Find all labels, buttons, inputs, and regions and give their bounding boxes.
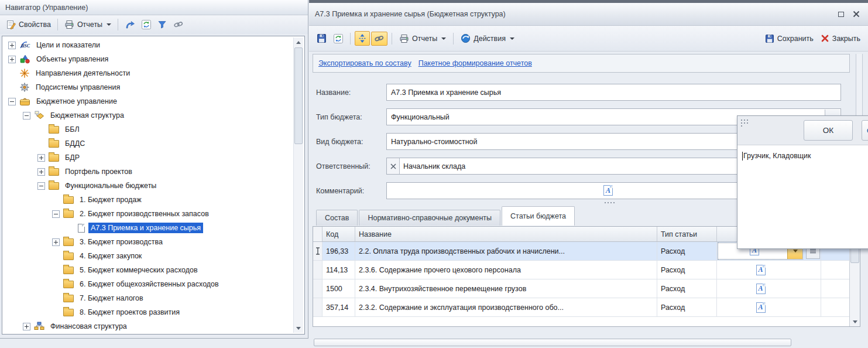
- tree-item-bdds[interactable]: БДДС: [4, 137, 292, 151]
- tree-item-label: 8. Бюджет проектов развития: [77, 307, 182, 318]
- tree-item-goals[interactable]: BSCЦели и показатели: [4, 38, 292, 52]
- format-text-icon[interactable]: A: [603, 185, 613, 196]
- maximize-button[interactable]: [835, 9, 847, 19]
- folder-icon: [63, 253, 74, 260]
- collapse-minus-icon[interactable]: [52, 210, 60, 218]
- table-row[interactable]: 357,14 2.3.2. Содержание и эксплуатация …: [313, 298, 860, 317]
- export-by-structure-link[interactable]: Экспортировать по составу: [318, 59, 411, 67]
- tree-item-label: БДР: [63, 152, 82, 163]
- toolbar-separator: [453, 33, 454, 45]
- table-row[interactable]: 114,13 2.3.6. Содержание прочего цеховог…: [313, 261, 860, 279]
- tree-item-sales-budget[interactable]: 1. Бюджет продаж: [4, 193, 292, 207]
- navigator-title-text: Навигатор (Управление): [5, 4, 88, 12]
- refresh-button[interactable]: [139, 18, 154, 31]
- collapse-minus-icon[interactable]: [8, 98, 16, 105]
- tree-item-directions[interactable]: Направления деятельности: [4, 66, 292, 80]
- actions-button[interactable]: Действия: [458, 32, 517, 45]
- column-header-code[interactable]: Код: [323, 227, 355, 241]
- tree-item-project-portfolio[interactable]: Портфель проектов: [4, 165, 292, 179]
- tree-item-financial-structure[interactable]: Финансовая структура: [4, 319, 292, 333]
- tree-item-a73-selected[interactable]: А7.3 Приемка и хранение сырья: [4, 221, 292, 235]
- tree-item-general-budget[interactable]: 6. Бюджет общехозяйственных расходов: [4, 277, 292, 291]
- expand-plus-icon[interactable]: [23, 323, 30, 330]
- tree-scrollbar-thumb[interactable]: [294, 47, 303, 144]
- link-button[interactable]: [170, 18, 187, 31]
- window-close-button[interactable]: [850, 9, 862, 19]
- tree-item-bdr[interactable]: БДР: [4, 151, 292, 165]
- tree-item-budget-management[interactable]: Бюджетное управление: [4, 94, 292, 108]
- toggle-link-button[interactable]: [371, 32, 387, 46]
- tree-item-label: ББЛ: [63, 124, 82, 135]
- floppy-icon: [317, 33, 327, 43]
- refresh-button[interactable]: [331, 32, 346, 45]
- tree-item-commercial-budget[interactable]: 5. Бюджет коммерческих расходов: [4, 263, 292, 277]
- expand-plus-icon[interactable]: [37, 168, 45, 176]
- clear-responsible-button[interactable]: [387, 158, 400, 174]
- tree-item-budget-structure[interactable]: Бюджетная структура: [4, 108, 292, 122]
- tree-item-inventory-budget[interactable]: 2. Бюджет производственных запасов: [4, 207, 292, 221]
- ok-button[interactable]: ОК: [804, 120, 853, 141]
- tree-scrollbar[interactable]: [293, 37, 303, 333]
- scroll-up-icon[interactable]: [294, 37, 303, 47]
- expand-plus-icon[interactable]: [8, 42, 16, 49]
- filter-button[interactable]: [155, 18, 170, 31]
- tree-item-label: Портфель проектов: [63, 166, 135, 177]
- tree-item-bbl[interactable]: ББЛ: [4, 122, 292, 137]
- tree-item-subsystems[interactable]: Подсистемы управления: [4, 80, 292, 94]
- tree-item-functional-budgets[interactable]: Функциональные бюджеты: [4, 179, 292, 193]
- tree-item-development-budget[interactable]: 8. Бюджет проектов развития: [4, 305, 292, 319]
- tab-normative-documents[interactable]: Нормативно-справочные документы: [359, 210, 500, 226]
- batch-report-link[interactable]: Пакетное формирование отчетов: [418, 59, 532, 67]
- tab-budget-items[interactable]: Статьи бюджета: [502, 206, 575, 226]
- expand-plus-icon[interactable]: [52, 238, 60, 246]
- reports-button[interactable]: Отчеты: [396, 32, 449, 45]
- svg-text:BSC: BSC: [20, 43, 30, 49]
- column-header-name[interactable]: Название: [355, 227, 657, 241]
- toggle-splitter-button[interactable]: [355, 31, 370, 46]
- save-button[interactable]: Сохранить: [762, 32, 816, 45]
- close-icon: [853, 11, 860, 18]
- close-button[interactable]: Закрыть: [818, 32, 863, 45]
- popup-text-area[interactable]: Грузчик, Кладовщик: [737, 145, 868, 167]
- reports-dropdown-caret-icon: [107, 23, 111, 26]
- text-caret: [742, 152, 743, 161]
- tree-item-label: Направления деятельности: [33, 68, 132, 79]
- tree-item-label: 6. Бюджет общехозяйственных расходов: [77, 279, 221, 289]
- document-icon: [78, 224, 85, 233]
- column-header-type[interactable]: Тип статьи: [657, 227, 717, 241]
- format-text-icon[interactable]: A: [756, 265, 766, 275]
- tree-item-label: 5. Бюджет коммерческих расходов: [77, 265, 200, 275]
- tab-sostav[interactable]: Состав: [316, 210, 358, 226]
- scroll-down-icon[interactable]: [294, 323, 303, 333]
- actions-dropdown-caret-icon: [510, 37, 514, 40]
- scroll-down-icon[interactable]: [850, 317, 860, 326]
- splitter-handle[interactable]: [605, 202, 606, 203]
- detail-tabs: Состав Нормативно-справочные документы С…: [316, 207, 576, 226]
- expand-plus-icon[interactable]: [37, 154, 45, 162]
- folder-icon: [49, 140, 59, 148]
- horizontal-scrollbar[interactable]: [314, 339, 791, 346]
- tree-item-tax-budget[interactable]: 7. Бюджет налогов: [4, 291, 292, 305]
- properties-button[interactable]: Свойства: [4, 18, 54, 31]
- collapse-minus-icon[interactable]: [37, 182, 45, 190]
- tree-item-production-budget[interactable]: 3. Бюджет производства: [4, 235, 292, 249]
- save-icon-button[interactable]: [314, 32, 330, 45]
- tree-item-purchases-budget[interactable]: 4. Бюджет закупок: [4, 249, 292, 263]
- format-text-icon[interactable]: A: [756, 302, 766, 313]
- expand-plus-icon[interactable]: [8, 56, 16, 63]
- table-row[interactable]: 1500 2.3.4. Внутрихозяйственное перемеще…: [313, 279, 860, 298]
- go-to-button[interactable]: [122, 18, 138, 31]
- resize-grip-icon[interactable]: [741, 120, 742, 121]
- detail-window-title: А7.3 Приемка и хранение сырья (Бюджетная…: [315, 10, 506, 18]
- split-arrows-icon: [358, 33, 367, 43]
- tree-item-label: Бюджетная структура: [48, 110, 126, 121]
- collapse-minus-icon[interactable]: [23, 112, 30, 120]
- name-input[interactable]: А7.3 Приемка и хранение сырья: [386, 84, 841, 101]
- floppy-icon: [765, 34, 774, 43]
- reports-button[interactable]: Отчеты: [61, 18, 114, 31]
- format-text-icon[interactable]: A: [756, 284, 766, 294]
- name-field-label: Название:: [316, 88, 385, 97]
- navigator-title: Навигатор (Управление): [0, 0, 308, 15]
- tree-item-objects[interactable]: Объекты управления: [4, 52, 292, 66]
- popup-partial-button[interactable]: [862, 120, 868, 141]
